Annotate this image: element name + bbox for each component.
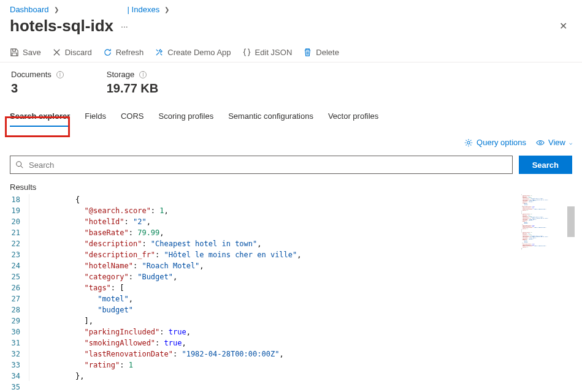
storage-label: Storage <box>107 70 135 79</box>
info-icon[interactable]: i <box>139 71 147 78</box>
breadcrumb: Dashboard ❯ | Indexes ❯ <box>0 0 582 14</box>
chevron-right-icon: ❯ <box>164 6 169 13</box>
tab-vector[interactable]: Vector profiles <box>328 108 378 127</box>
view-label: View <box>548 138 565 147</box>
page-title: hotels-sql-idx <box>10 17 113 36</box>
close-button[interactable]: ✕ <box>554 18 572 34</box>
close-icon <box>52 48 61 57</box>
search-row: Search <box>0 153 582 176</box>
trash-icon <box>303 48 312 57</box>
query-options-button[interactable]: Query options <box>464 138 526 147</box>
refresh-icon <box>103 48 112 57</box>
delete-label: Delete <box>316 48 339 57</box>
edit-json-label: Edit JSON <box>255 48 293 57</box>
save-button[interactable]: Save <box>10 48 41 57</box>
line-gutter: 181920212223242526272829303132333435 <box>0 194 29 381</box>
tab-scoring[interactable]: Scoring profiles <box>159 108 214 127</box>
search-icon <box>15 160 24 169</box>
breadcrumb-indexes[interactable]: | Indexes <box>128 5 160 14</box>
save-icon <box>10 48 19 57</box>
svg-point-0 <box>467 141 470 143</box>
minimap-scrollbar[interactable] <box>567 206 575 237</box>
create-demo-label: Create Demo App <box>167 48 231 57</box>
view-button[interactable]: View ⌵ <box>536 138 572 147</box>
discard-button[interactable]: Discard <box>52 48 92 57</box>
gear-icon <box>464 138 473 147</box>
code-editor[interactable]: 181920212223242526272829303132333435 { "… <box>0 194 582 381</box>
svg-point-1 <box>539 141 542 144</box>
toolbar: Save Discard Refresh Create Demo App Edi… <box>0 43 582 62</box>
refresh-label: Refresh <box>116 48 144 57</box>
chevron-down-icon: ⌵ <box>569 140 572 146</box>
tabs: Search explorer Fields CORS Scoring prof… <box>0 100 582 127</box>
tab-cors[interactable]: CORS <box>121 108 144 127</box>
query-options-label: Query options <box>477 138 526 147</box>
minimap[interactable]: { "@search.score": 1, "hotelId": "2", "b… <box>516 194 575 381</box>
stat-documents: Documents i 3 <box>11 70 64 96</box>
search-button[interactable]: Search <box>519 156 572 174</box>
create-demo-button[interactable]: Create Demo App <box>155 48 231 57</box>
edit-json-button[interactable]: Edit JSON <box>242 48 293 57</box>
more-button[interactable]: ··· <box>121 21 128 31</box>
title-row: hotels-sql-idx ··· ✕ <box>0 14 582 43</box>
stats-row: Documents i 3 Storage i 19.77 KB <box>0 62 582 100</box>
stat-storage: Storage i 19.77 KB <box>107 70 159 96</box>
search-box[interactable] <box>10 156 513 174</box>
svg-point-2 <box>17 162 21 167</box>
breadcrumb-dashboard[interactable]: Dashboard <box>10 5 49 14</box>
braces-icon <box>242 48 251 57</box>
chevron-right-icon: ❯ <box>54 6 59 13</box>
tools-icon <box>155 48 164 57</box>
results-label: Results <box>0 176 582 194</box>
query-bar: Query options View ⌵ <box>0 127 582 153</box>
tab-fields[interactable]: Fields <box>85 108 106 127</box>
discard-label: Discard <box>65 48 92 57</box>
delete-button[interactable]: Delete <box>303 48 339 57</box>
storage-value: 19.77 KB <box>107 81 159 96</box>
eye-icon <box>536 138 545 147</box>
code-content[interactable]: { "@search.score": 1, "hotelId": "2", "b… <box>29 194 582 381</box>
save-label: Save <box>23 48 41 57</box>
info-icon[interactable]: i <box>56 71 64 78</box>
refresh-button[interactable]: Refresh <box>103 48 144 57</box>
search-input[interactable] <box>29 160 507 170</box>
documents-label: Documents <box>11 70 52 79</box>
documents-value: 3 <box>11 81 64 96</box>
tab-semantic[interactable]: Semantic configurations <box>228 108 313 127</box>
tab-search-explorer[interactable]: Search explorer <box>10 108 70 127</box>
